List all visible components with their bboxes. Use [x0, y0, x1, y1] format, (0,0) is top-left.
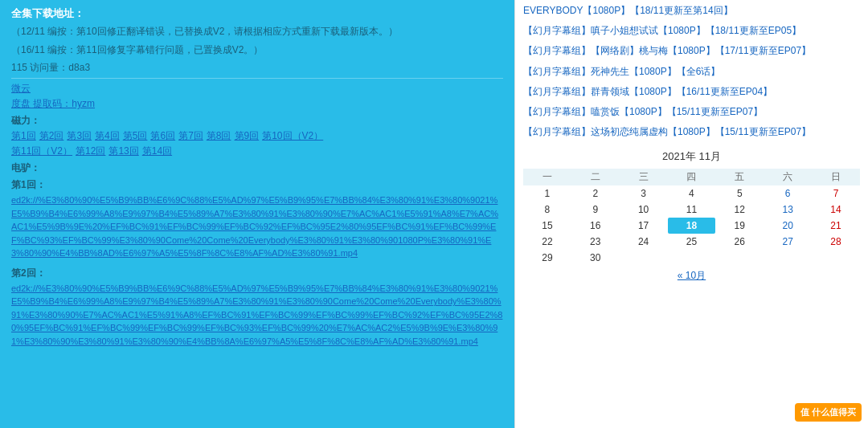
- ed2k-2-label: 第2回：: [11, 267, 503, 280]
- ed2k-1-label: 第1回：: [11, 178, 503, 192]
- calendar-week-1: 891011121314: [523, 202, 860, 218]
- calendar-day[interactable]: 10: [620, 202, 668, 218]
- article-item-4[interactable]: 【幻月字幕组】群青领域【1080P】【16/11更新至EP04】: [523, 84, 860, 100]
- magnet-link-10[interactable]: 第10回（V2）: [262, 129, 323, 143]
- calendar-day[interactable]: 26: [715, 234, 764, 250]
- magnet-row-2: 第11回（V2） 第12回 第13回 第14回: [11, 145, 503, 158]
- calendar-day[interactable]: 7: [812, 185, 860, 202]
- calendar-day[interactable]: 29: [523, 250, 571, 266]
- calendar-week-4: 2930: [523, 250, 860, 266]
- calendar-week-2: 15161718192021: [523, 218, 860, 234]
- magnet-link-14[interactable]: 第14回: [142, 145, 172, 158]
- calendar-day[interactable]: 20: [764, 218, 812, 234]
- section-title: 全集下载地址：: [11, 6, 503, 21]
- calendar-weekday: 一: [523, 169, 571, 185]
- calendar-day[interactable]: 16: [571, 218, 620, 234]
- calendar-day[interactable]: 2: [571, 185, 620, 202]
- magnet-link-4[interactable]: 第4回: [95, 129, 120, 143]
- calendar-day: [668, 250, 716, 266]
- calendar-week-3: 22232425262728: [523, 234, 860, 250]
- ed2k-link-2[interactable]: ed2k://%E3%80%90%E5%B9%BB%E6%9C%88%E5%AD…: [11, 282, 503, 349]
- article-item-0[interactable]: EVERYBODY【1080P】【18/11更新至第14回】: [523, 3, 860, 18]
- magnet-row-1: 第1回 第2回 第3回 第4回 第5回 第6回 第7回 第8回 第9回 第10回…: [11, 129, 503, 143]
- magnet-label: 磁力：: [11, 114, 503, 128]
- calendar-day[interactable]: 9: [571, 202, 620, 218]
- calendar-day[interactable]: 6: [764, 185, 812, 202]
- calendar-day: [715, 250, 764, 266]
- magnet-link-13[interactable]: 第13回: [108, 145, 138, 158]
- ed2k-label: 电驴：: [11, 161, 503, 175]
- calendar-day[interactable]: 4: [668, 185, 716, 202]
- magnet-link-2[interactable]: 第2回: [39, 129, 64, 143]
- magnet-link-8[interactable]: 第8回: [207, 129, 231, 143]
- calendar-day[interactable]: 24: [620, 234, 668, 250]
- calendar-weekday: 四: [668, 169, 716, 185]
- article-item-3[interactable]: 【幻月字幕组】死神先生【1080P】【全6话】: [523, 64, 860, 79]
- divider-1: [11, 78, 503, 79]
- calendar-weekday: 五: [715, 169, 764, 185]
- magnet-link-12[interactable]: 第12回: [76, 145, 105, 158]
- magnet-link-1[interactable]: 第1回: [11, 129, 36, 143]
- calendar-day[interactable]: 22: [523, 234, 571, 250]
- visit-count: 115 访问量：d8a3: [11, 61, 503, 75]
- baidu-link[interactable]: 度盘 提取码：hyzm: [11, 98, 95, 109]
- calendar-weekday: 日: [812, 169, 860, 185]
- calendar-nav-prev[interactable]: « 10月: [523, 269, 860, 283]
- article-item-1[interactable]: 【幻月字幕组】嗔子小姐想试试【1080P】【18/11更新至EP05】: [523, 23, 860, 39]
- calendar-day[interactable]: 27: [764, 234, 812, 250]
- calendar-day[interactable]: 15: [523, 218, 571, 234]
- note-1: （12/11 编按：第10回修正翻译错误，已替换成V2，请根据相应方式重新下载最…: [11, 24, 503, 39]
- right-panel: EVERYBODY【1080P】【18/11更新至第14回】【幻月字幕组】嗔子小…: [514, 0, 868, 428]
- calendar-table: 一二三四五六日 12345678910111213141516171819202…: [523, 169, 860, 266]
- calendar-day[interactable]: 30: [571, 250, 620, 266]
- left-panel: 全集下载地址： （12/11 编按：第10回修正翻译错误，已替换成V2，请根据相…: [0, 0, 514, 428]
- calendar-day[interactable]: 14: [812, 202, 860, 218]
- calendar-header: 2021年 11月: [523, 149, 860, 164]
- calendar-day[interactable]: 13: [764, 202, 812, 218]
- article-item-5[interactable]: 【幻月字幕组】嗑赏饭【1080P】【15/11更新至EP07】: [523, 104, 860, 120]
- calendar-day: [812, 250, 860, 266]
- calendar-day[interactable]: 25: [668, 234, 716, 250]
- articles-container: EVERYBODY【1080P】【18/11更新至第14回】【幻月字幕组】嗔子小…: [523, 3, 860, 140]
- wangyiyun-label: 微云: [11, 82, 503, 96]
- magnet-link-9[interactable]: 第9回: [235, 129, 260, 143]
- baidu-label: 度盘 提取码：hyzm: [11, 97, 503, 111]
- calendar-week-0: 1234567: [523, 185, 860, 202]
- magnet-link-7[interactable]: 第7回: [178, 129, 203, 143]
- calendar-day[interactable]: 17: [620, 218, 668, 234]
- bottom-logo: 值 什么值得买: [795, 403, 862, 422]
- article-item-2[interactable]: 【幻月字幕组】【网络剧】桃与梅【1080P】【17/11更新至EP07】: [523, 43, 860, 59]
- calendar-day[interactable]: 19: [715, 218, 764, 234]
- magnet-link-11[interactable]: 第11回（V2）: [11, 145, 72, 158]
- magnet-links-container: 第1回 第2回 第3回 第4回 第5回 第6回 第7回 第8回 第9回 第10回…: [11, 129, 503, 158]
- calendar-day[interactable]: 5: [715, 185, 764, 202]
- wangyiyun-link[interactable]: 微云: [11, 83, 31, 94]
- calendar-day[interactable]: 3: [620, 185, 668, 202]
- calendar-weekday: 三: [620, 169, 668, 185]
- magnet-link-5[interactable]: 第5回: [123, 129, 148, 143]
- magnet-link-3[interactable]: 第3回: [67, 129, 92, 143]
- calendar-day: [764, 250, 812, 266]
- calendar-weekday: 二: [571, 169, 620, 185]
- calendar-title: 2021年 11月: [662, 149, 721, 164]
- calendar-day[interactable]: 21: [812, 218, 860, 234]
- calendar-body: 1234567891011121314151617181920212223242…: [523, 185, 860, 266]
- magnet-link-6[interactable]: 第6回: [150, 129, 175, 143]
- calendar-day[interactable]: 18: [668, 218, 716, 234]
- calendar-day[interactable]: 28: [812, 234, 860, 250]
- calendar-day[interactable]: 11: [668, 202, 716, 218]
- calendar-day: [620, 250, 668, 266]
- calendar: 2021年 11月 一二三四五六日 1234567891011121314151…: [523, 149, 860, 283]
- article-item-6[interactable]: 【幻月字幕组】这场初恋纯属虚构【1080P】【15/11更新至EP07】: [523, 124, 860, 140]
- calendar-day[interactable]: 23: [571, 234, 620, 250]
- calendar-day[interactable]: 8: [523, 202, 571, 218]
- ed2k-link-1[interactable]: ed2k://%E3%80%90%E5%B9%BB%E6%9C%88%E5%AD…: [11, 194, 503, 260]
- note-2: （16/11 编按：第11回修复字幕错行问题，已置换成V2。）: [11, 43, 503, 58]
- calendar-weekdays: 一二三四五六日: [523, 169, 860, 185]
- calendar-weekday: 六: [764, 169, 812, 185]
- calendar-day[interactable]: 12: [715, 202, 764, 218]
- calendar-day[interactable]: 1: [523, 185, 571, 202]
